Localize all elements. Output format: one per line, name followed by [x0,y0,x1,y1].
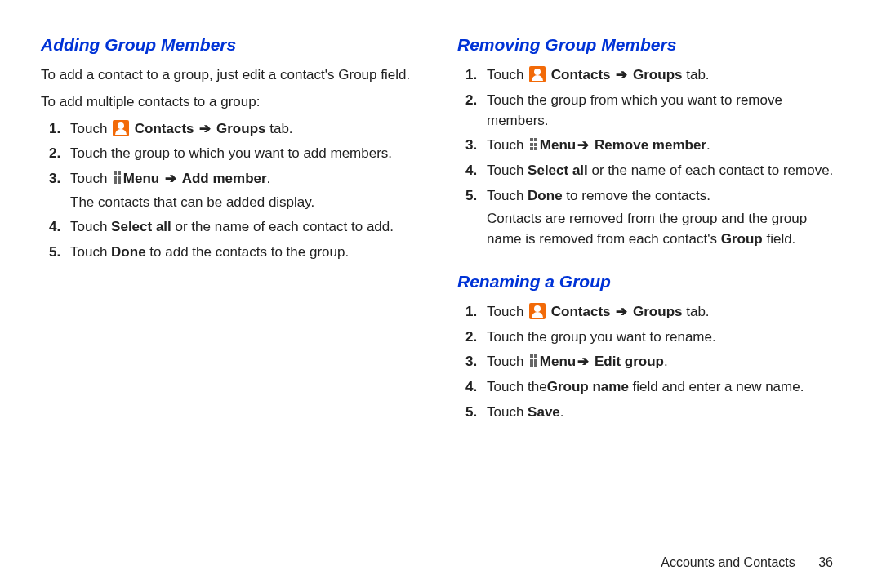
list-item: 2. Touch the group to which you want to … [49,144,425,164]
left-column: Adding Group Members To add a contact to… [41,33,425,442]
section-removing-members: Removing Group Members 1. Touch Contacts… [457,33,841,250]
step-number: 5. [466,186,487,250]
heading-removing-members: Removing Group Members [457,33,841,57]
arrow-icon: ➔ [198,121,212,136]
step-text: Touch Contacts ➔ Groups tab. [487,302,841,323]
list-item: 5. Touch Done to add the contacts to the… [49,243,425,263]
step-number: 4. [466,377,487,398]
step-text: Touch Menu➔ Edit group. [487,352,841,372]
intro-text: To add a contact to a group, just edit a… [41,65,425,86]
step-number: 5. [49,243,70,263]
steps-list: 1. Touch Contacts ➔ Groups tab. 2. Touch… [41,119,425,263]
step-number: 1. [466,65,487,86]
list-item: 2. Touch the group you want to rename. [466,327,841,348]
arrow-icon: ➔ [614,67,629,82]
contact-icon [113,120,129,136]
contact-icon [529,66,546,82]
list-item: 5. Touch Save. [466,403,841,423]
list-item: 1. Touch Contacts ➔ Groups tab. [466,65,841,86]
list-item: 2. Touch the group from which you want t… [466,91,841,131]
step-number: 1. [49,119,70,140]
arrow-icon: ➔ [576,354,590,369]
section-renaming-group: Renaming a Group 1. Touch Contacts ➔ Gro… [457,270,841,423]
chapter-name: Accounts and Contacts [661,555,795,569]
step-text: Touch the group you want to rename. [487,327,841,348]
step-text: Touch Done to remove the contacts. Conta… [487,186,841,250]
step-number: 5. [466,403,487,423]
list-item: 4. Touch Select all or the name of each … [466,161,841,181]
step-text: Touch Save. [487,403,841,423]
list-item: 5. Touch Done to remove the contacts. Co… [466,186,841,250]
heading-renaming-group: Renaming a Group [457,270,841,294]
step-text: Touch Menu➔ Remove member. [487,136,841,156]
right-column: Removing Group Members 1. Touch Contacts… [457,33,841,442]
intro-text: To add multiple contacts to a group: [41,92,425,113]
step-text: Touch Done to add the contacts to the gr… [70,243,425,263]
heading-adding-members: Adding Group Members [41,33,425,57]
list-item: 1. Touch Contacts ➔ Groups tab. [49,119,425,140]
step-text: Touch Select all or the name of each con… [487,161,841,181]
list-item: 3. Touch Menu➔ Edit group. [466,352,841,372]
steps-list: 1. Touch Contacts ➔ Groups tab. 2. Touch… [457,302,841,422]
step-number: 4. [466,161,487,181]
menu-icon [114,172,117,184]
step-number: 1. [466,302,487,323]
step-text: Touch Menu ➔ Add member. The contacts th… [70,169,425,212]
step-text: Touch the group to which you want to add… [70,144,425,164]
step-number: 2. [466,91,487,131]
step-text: Touch theGroup name field and enter a ne… [487,377,841,398]
arrow-icon: ➔ [614,304,629,319]
list-item: 1. Touch Contacts ➔ Groups tab. [466,302,841,323]
list-item: 4. Touch theGroup name field and enter a… [466,377,841,398]
step-number: 2. [466,327,487,348]
list-item: 3. Touch Menu➔ Remove member. [466,136,841,156]
step-number: 3. [49,169,70,212]
step-text: Touch Select all or the name of each con… [70,217,425,238]
step-number: 3. [466,352,487,372]
contact-icon [529,303,546,319]
arrow-icon: ➔ [163,171,178,186]
step-text: Touch the group from which you want to r… [487,91,841,131]
arrow-icon: ➔ [576,137,590,153]
page-footer: Accounts and Contacts 36 [661,555,833,570]
menu-icon [530,138,533,150]
step-number: 2. [49,144,70,164]
list-item: 3. Touch Menu ➔ Add member. The contacts… [49,169,425,212]
menu-icon [530,354,533,367]
step-number: 3. [466,136,487,156]
steps-list: 1. Touch Contacts ➔ Groups tab. 2. Touch… [457,65,841,249]
step-number: 4. [49,217,70,238]
section-adding-members: Adding Group Members To add a contact to… [41,33,425,263]
step-text: Touch Contacts ➔ Groups tab. [487,65,841,86]
list-item: 4. Touch Select all or the name of each … [49,217,425,238]
step-text: Touch Contacts ➔ Groups tab. [70,119,425,140]
page-number: 36 [818,555,833,569]
